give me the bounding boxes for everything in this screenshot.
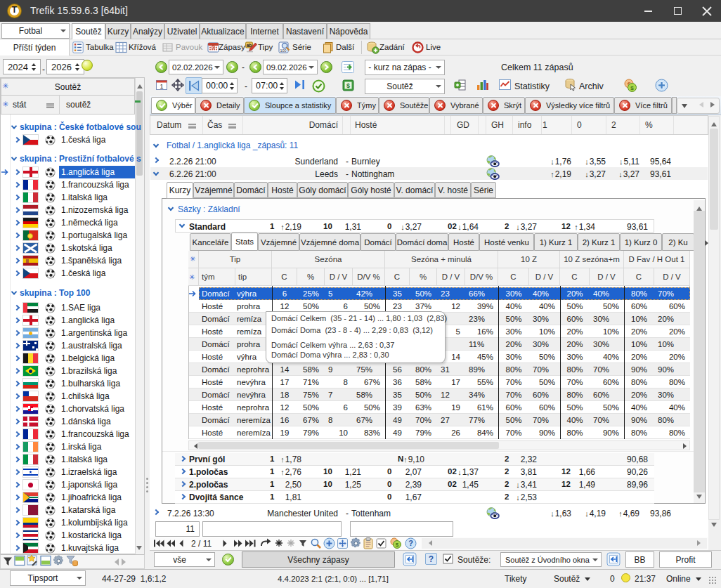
- svg-text:$: $: [346, 82, 350, 89]
- svg-text:$: $: [396, 542, 399, 548]
- svg-text:ab: ab: [247, 43, 252, 48]
- svg-text:100: 100: [280, 48, 286, 53]
- svg-text:1: 1: [160, 83, 163, 90]
- svg-text:?: ?: [408, 539, 413, 547]
- svg-text:$: $: [630, 85, 634, 91]
